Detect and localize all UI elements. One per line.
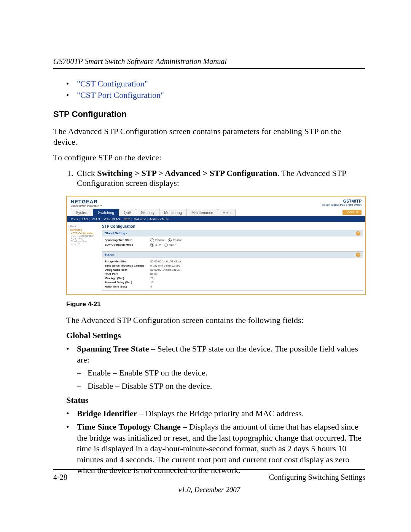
step-path: Switching > STP > Advanced > STP Configu… (97, 168, 277, 178)
field-bdp-mode: BDP Operation Mode (105, 243, 150, 247)
xref-cst-config[interactable]: "CST Configuration" (77, 79, 148, 88)
side-tree: • Basic • Advanced • STP Configuration •… (67, 222, 100, 294)
lead-in-paragraph: To configure STP on the device: (53, 152, 365, 163)
status-value: 0 day 0 hr 5 min 52 sec (150, 264, 360, 267)
subnav-lag[interactable]: LAG (82, 217, 88, 221)
help-icon[interactable]: ? (356, 231, 360, 236)
fields-intro: The Advanced STP Configuration screen co… (66, 315, 365, 326)
status-value: 5 (150, 285, 360, 288)
value-disable: Disable – Disable STP on the device. (77, 381, 365, 392)
xref-list: "CST Configuration" "CST Port Configurat… (66, 79, 365, 100)
status-row: Hello Time (Sec)5 (105, 284, 360, 289)
footer-rule (53, 469, 365, 470)
tab-maintenance[interactable]: Maintenance (186, 209, 218, 216)
section-heading: STP Configuration (53, 109, 365, 119)
model-number: GS748TP (343, 199, 362, 203)
chapter-title: Configuring Switching Settings (269, 473, 365, 482)
status-heading: Status (66, 395, 365, 405)
main-tabs: System Switching QoS Security Monitoring… (67, 209, 365, 216)
status-row: Max Age (Sec)20 (105, 276, 360, 280)
status-key: Time Since Topology Change (105, 264, 150, 267)
brand-logo: NETGEAR (71, 199, 102, 204)
netgear-ui: NETGEAR Connect with Innovation™ GS748TP… (66, 196, 366, 295)
figure-screenshot: NETGEAR Connect with Innovation™ GS748TP… (66, 196, 365, 295)
tab-switching[interactable]: Switching (93, 209, 119, 216)
tab-security[interactable]: Security (136, 209, 159, 216)
page-number: 4-28 (53, 473, 67, 482)
field-desc-time-since-topology: Time Since Topology Change – Displays th… (66, 422, 365, 476)
figure-caption: Figure 4-21 (66, 300, 365, 308)
content-pane: STP Configuration Global Settings? Spann… (100, 222, 365, 294)
help-icon[interactable]: ? (356, 252, 360, 257)
value-enable: Enable – Enable STP on the device. (77, 367, 365, 379)
subnav-address-table[interactable]: Address Table (150, 217, 169, 221)
step-list: Click Switching > STP > Advanced > STP C… (53, 168, 365, 188)
status-rows: Bridge Identifier80:00:00:14:6c:53:43:ca… (102, 258, 363, 290)
status-value: 15 (150, 281, 360, 284)
subnav-ports[interactable]: Ports (71, 217, 78, 221)
xref-cst-port-config[interactable]: "CST Port Configuration" (77, 90, 164, 100)
tab-monitoring[interactable]: Monitoring (159, 209, 187, 216)
status-key: Max Age (Sec) (105, 276, 150, 280)
radio-disable[interactable] (150, 238, 154, 242)
step-prefix: Click (77, 168, 97, 178)
radio-enable[interactable] (168, 238, 172, 242)
global-settings-box: Global Settings? Spanning Tree State Dis… (102, 230, 363, 249)
status-key: Designated Root (105, 268, 150, 272)
logout-button[interactable]: LOGOUT (342, 210, 362, 215)
subnav-stp[interactable]: STP (124, 217, 130, 221)
side-cst-port-config[interactable]: • CST Port Configuration (71, 237, 98, 243)
subnav-multicast[interactable]: Multicast (134, 217, 146, 221)
side-cst-config[interactable]: • CST Configuration (71, 235, 98, 237)
page-footer: 4-28 Configuring Switching Settings v1.0… (53, 469, 365, 494)
model-desc: 48-port Gigabit PoE Smart Switch (322, 203, 362, 206)
field-spanning-tree-state: Spanning Tree State (105, 238, 150, 242)
running-header: GS700TP Smart Switch Software Administra… (53, 57, 365, 66)
global-settings-list: Spanning Tree State – Select the STP sta… (66, 343, 365, 391)
brand-tagline: Connect with Innovation™ (71, 204, 102, 207)
status-key: Hello Time (Sec) (105, 285, 150, 288)
version-line: v1.0, December 2007 (53, 486, 365, 494)
side-stp-config[interactable]: • STP Configuration (71, 232, 98, 235)
field-desc-bridge-identifier: Bridge Identifier – Displays the Bridge … (66, 408, 365, 419)
status-key: Root Port (105, 272, 150, 276)
subnav-voice-vlan[interactable]: Voice VLAN (104, 217, 120, 221)
step-1: Click Switching > STP > Advanced > STP C… (75, 168, 365, 188)
status-value: 20 (150, 276, 360, 280)
field-desc-spanning-tree-state: Spanning Tree State – Select the STP sta… (66, 343, 365, 391)
tab-qos[interactable]: QoS (119, 209, 136, 216)
manual-page: GS700TP Smart Switch Software Administra… (0, 0, 411, 532)
tab-help[interactable]: Help (218, 209, 236, 216)
status-row: Forward Delay (Sec)15 (105, 280, 360, 284)
global-settings-heading: Global Settings (66, 331, 365, 340)
model-label: GS748TP 48-port Gigabit PoE Smart Switch (322, 199, 362, 206)
box-heading: Global Settings (105, 232, 127, 235)
status-row: Root Port80:00 (105, 272, 360, 276)
side-advanced[interactable]: • Advanced (68, 228, 98, 231)
radio-rstp[interactable] (164, 243, 168, 247)
status-box: Status? Bridge Identifier80:00:00:14:6c:… (102, 251, 363, 291)
radio-stp[interactable] (150, 243, 154, 247)
status-list: Bridge Identifier – Displays the Bridge … (66, 408, 365, 476)
header-rule (53, 68, 365, 69)
box-heading: Status (105, 253, 114, 256)
status-key: Forward Delay (Sec) (105, 281, 150, 284)
sub-nav: Ports| LAG| VLAN| Voice VLAN| STP| Multi… (67, 216, 365, 222)
intro-paragraph: The Advanced STP Configuration screen co… (53, 126, 365, 147)
status-value: 80:00 (150, 272, 360, 276)
status-key: Bridge Identifier (105, 260, 150, 263)
status-value: 80:00:00:14:6c:53:f1:32 (150, 268, 360, 272)
status-row: Time Since Topology Change0 day 0 hr 5 m… (105, 264, 360, 268)
side-basic[interactable]: • Basic (68, 225, 98, 228)
side-rstp[interactable]: • RSTP (71, 243, 98, 245)
status-value: 80:00:00:14:6c:53:43:ca (150, 260, 360, 263)
status-row: Bridge Identifier80:00:00:14:6c:53:43:ca (105, 259, 360, 264)
pane-title: STP Configuration (102, 224, 363, 228)
status-row: Designated Root80:00:00:14:6c:53:f1:32 (105, 268, 360, 272)
tab-system[interactable]: System (71, 209, 93, 216)
subnav-vlan[interactable]: VLAN (92, 217, 100, 221)
